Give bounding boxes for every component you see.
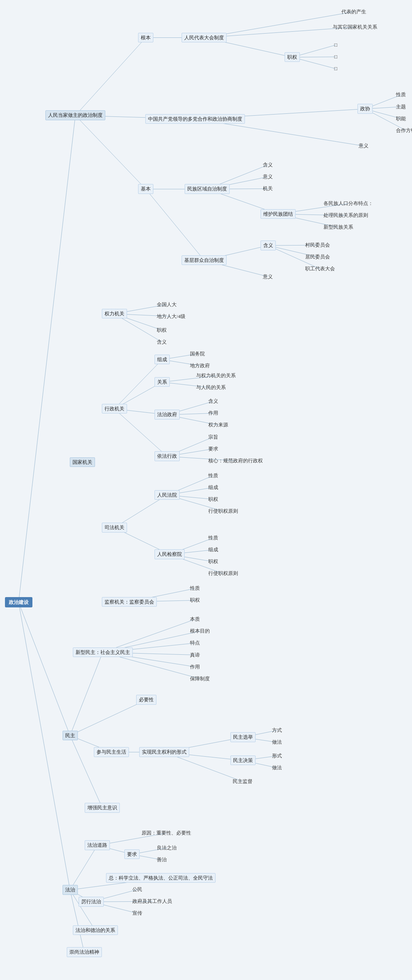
node-quanli_hanyi: 含义 <box>154 337 169 347</box>
node-xinxing_baozhang: 保障制度 <box>188 674 212 683</box>
node-xinxing_zuoyong: 作用 <box>188 662 202 672</box>
node-gongmin: 公民 <box>130 885 145 894</box>
node-minzu_hanyi: 含义 <box>261 160 275 170</box>
node-fazhi_zhengfu: 法治政府 <box>154 410 180 420</box>
node-yifa_zongzhi: 宗旨 <box>206 433 220 442</box>
node-fazhi: 法治 <box>63 885 78 895</box>
node-xuanju_fangshi: 方式 <box>270 726 284 735</box>
node-minzu_xin: 新型民族关系 <box>321 223 356 232</box>
node-zhengxie_zhuti: 主题 <box>394 102 408 111</box>
node-canyuzhengzhi: 参与民主生活 <box>94 747 129 757</box>
node-xuanju_zuofa: 做法 <box>270 738 284 747</box>
node-xuanchuan: 宣传 <box>130 909 145 918</box>
svg-line-70 <box>70 700 146 735</box>
svg-line-0 <box>19 115 76 602</box>
node-quanmian_fazhi: 厉行法治 <box>79 897 104 907</box>
node-juece_zuofa: 做法 <box>270 763 284 772</box>
node-zhengxie_xingzhi: 性质 <box>394 90 408 99</box>
node-minzu_jiguan: 机关 <box>261 184 275 193</box>
node-yu_quanli: 与权力机关的关系 <box>194 371 238 380</box>
node-jianchayuan_xingzhi: 性质 <box>206 533 220 542</box>
svg-line-18 <box>76 115 146 189</box>
node-zhengxie: 政协 <box>357 104 373 114</box>
node-shanzhi: 善治 <box>154 855 169 864</box>
node-fayuan_zucheng: 组成 <box>206 483 220 492</box>
node-cunmin: 村民委员会 <box>303 241 332 250</box>
svg-line-80 <box>70 736 103 808</box>
node-minzu_weihu: 维护民族团结 <box>261 209 296 219</box>
svg-line-81 <box>70 845 98 890</box>
node-zhengxie_yiyi: 意义 <box>356 141 371 150</box>
node-chongsang_fazhi: 崇尚法治精神 <box>67 947 102 957</box>
node-yifa_yaoqiu: 要求 <box>206 444 220 454</box>
node-fazhi_dezhi_guanxi: 法治和德治的关系 <box>73 925 118 935</box>
svg-line-63 <box>70 652 103 736</box>
node-jiceng_hanyi: 含义 <box>261 241 276 250</box>
node-zhiquan_box2: □ <box>332 52 340 61</box>
node-difang_renda: 地方人大/4级 <box>154 312 188 321</box>
node-xinxing_zhenshi: 真谛 <box>188 651 202 660</box>
node-duodang_hezuo: 中国共产党领导的多党合作和政治协商制度 <box>145 114 245 124</box>
node-jumin: 居民委员会 <box>303 252 332 262</box>
node-renmin_jianchayuan: 人民检察院 <box>154 549 185 559</box>
node-zhengxie_zhineng: 职能 <box>394 114 408 123</box>
svg-line-27 <box>146 189 204 260</box>
node-fazhi_yuanyin: 原因：重要性、必要性 <box>139 828 193 838</box>
node-yifa_xingzheng: 依法行政 <box>154 451 180 461</box>
node-genben: 根本 <box>138 33 153 43</box>
root-node: 政治建设 <box>5 597 32 608</box>
node-daibiao_chansheng: 代表的产生 <box>339 7 369 16</box>
node-fayuan_xingzhi: 性质 <box>206 471 220 480</box>
node-xinxing_tedian: 特点 <box>188 638 202 647</box>
node-fazhi_laiyuan: 权力来源 <box>206 420 230 429</box>
node-jianchabao_jiguan: 监察机关：监察委员会 <box>102 597 157 607</box>
node-difang_zhengfu: 地方政府 <box>188 361 212 370</box>
node-minzhu_juece: 民主决策 <box>230 756 256 765</box>
node-fayuan_yuanze: 行使职权原则 <box>206 507 240 516</box>
node-zenqiang_yishi: 增强民主意识 <box>85 803 120 813</box>
node-zongzhi: 总：科学立法、严格执法、公正司法、全民守法 <box>106 873 216 883</box>
node-fazhi_zuoyong: 作用 <box>206 408 220 418</box>
node-jiceng_zizhi: 基层群众自治制度 <box>182 255 227 265</box>
svg-line-3 <box>76 38 146 116</box>
svg-line-1 <box>19 602 70 736</box>
node-fazhi_yaoqiu_node: 要求 <box>124 849 140 859</box>
node-yu_qita: 与其它国家机关关系 <box>330 23 380 32</box>
node-shixian_quanli: 实现民主权利的形式 <box>139 747 189 757</box>
node-minzhu_xuanju: 民主选举 <box>230 732 256 742</box>
node-jianchayuan_zhiquan: 职权 <box>206 557 220 566</box>
node-guojia_jigou: 国家机关 <box>70 457 95 467</box>
node-quanli_jiguan: 权力机关 <box>102 309 127 319</box>
node-zhiquan_box1: □ <box>332 40 340 50</box>
node-jianchayuan_zucheng: 组成 <box>206 545 220 554</box>
node-zhengxie_hezuo: 合作方针 <box>394 126 412 135</box>
node-fayuan_zhiquan: 职权 <box>206 495 220 504</box>
node-renmin_zhengzhi: 人民当家做主的政治制度 <box>45 110 105 120</box>
node-zhiquan_box3: □ <box>332 64 340 73</box>
mind-map: 政治建设人民当家做主的政治制度国家机关民主法治根本人民代表大会制度代表的产生与其… <box>0 0 412 980</box>
node-yifa_hexin: 核心：规范政府的行政权 <box>206 456 265 465</box>
node-xinxing_minzhu: 新型民主：社会主义民主 <box>73 647 133 657</box>
node-renmin_fayuan: 人民法院 <box>154 490 180 500</box>
node-zhiquan_label: 职权 <box>285 52 300 62</box>
node-juece_xingshi: 形式 <box>270 751 284 760</box>
node-minzu_fenbu: 各民族人口分布特点： <box>321 199 375 208</box>
node-minzhu: 民主 <box>63 731 78 741</box>
node-jiceng_yiyi: 意义 <box>261 272 275 281</box>
node-fazhi_daolu: 法治道路 <box>85 840 110 850</box>
node-guowuyuan: 国务院 <box>188 349 207 358</box>
node-zhengfu_renyuan: 政府及其工作人员 <box>130 897 174 906</box>
node-jiben: 基本 <box>138 184 153 194</box>
node-quanli_zhiquan: 职权 <box>154 326 169 335</box>
node-minzu_yuanze: 处理民族关系的原则 <box>321 211 370 220</box>
node-quanguo_renda: 全国人大 <box>154 300 179 309</box>
node-xinxing_mudi: 根本目的 <box>188 626 212 636</box>
node-jianchabao_zhiquan: 职权 <box>188 596 202 605</box>
node-sifa_jiguan: 司法机关 <box>102 523 127 533</box>
node-jianchabao_xingzhi: 性质 <box>188 584 202 593</box>
node-guanxi: 关系 <box>154 377 170 387</box>
node-zhigong: 职工代表大会 <box>303 264 337 273</box>
node-xinxing_benzhi: 本质 <box>188 615 202 624</box>
node-xingzheng_jiguan: 行政机关 <box>102 404 127 414</box>
node-renmin_daibiao: 人民代表大会制度 <box>182 33 227 43</box>
